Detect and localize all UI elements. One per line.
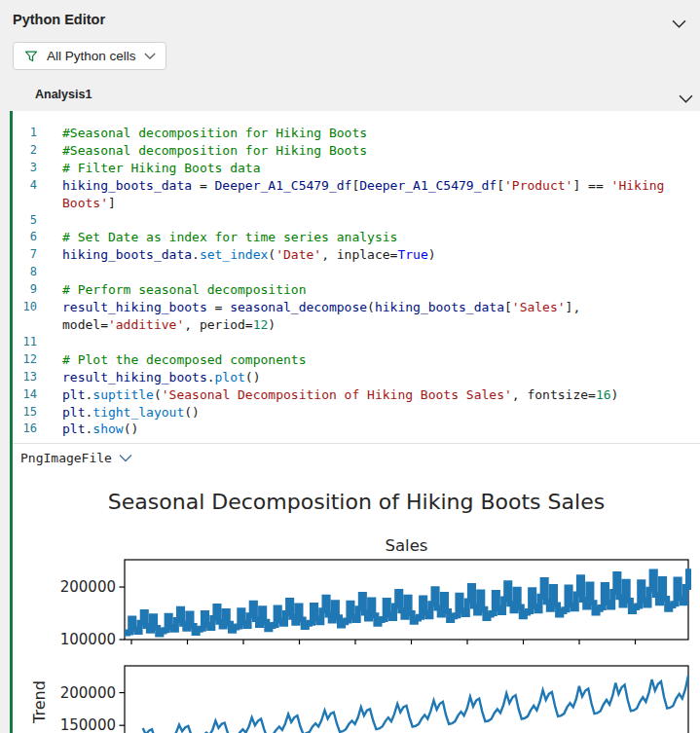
line-number: 14 <box>13 386 37 404</box>
decomposition-chart: Seasonal Decomposition of Hiking Boots S… <box>13 467 700 733</box>
y-tick-label: 100000 <box>60 631 116 648</box>
code-line: 9# Perform seasonal decomposition <box>13 281 700 299</box>
code-line: 6# Set Date as index for time series ana… <box>13 229 700 246</box>
output-chevron-down-icon <box>119 454 132 462</box>
output-type-dropdown[interactable]: PngImageFile <box>20 448 132 467</box>
line-number: 7 <box>13 246 37 264</box>
panel-collapse-chevron-icon[interactable] <box>672 15 686 32</box>
code-line: 15plt.tight_layout() <box>13 404 700 421</box>
trend-series-line <box>143 676 688 733</box>
python-editor-pane: { "panel": { "title": "Python Editor" },… <box>0 0 700 733</box>
code-text: # Set Date as index for time series anal… <box>62 229 700 246</box>
line-number: 13 <box>13 369 37 386</box>
code-line: 16plt.show() <box>13 421 700 438</box>
code-text: #Seasonal decomposition for Hiking Boots <box>62 125 700 142</box>
code-line: 5 <box>13 212 700 230</box>
y-tick-label: 150000 <box>60 716 116 733</box>
code-text <box>62 334 700 351</box>
code-text: plt.suptitle('Seasonal Decomposition of … <box>62 386 700 404</box>
code-text <box>62 264 700 281</box>
cell-name: Analysis1 <box>35 88 92 101</box>
code-text: plt.show() <box>62 421 700 438</box>
line-number: 10 <box>13 299 37 334</box>
code-line: 13result_hiking_boots.plot() <box>13 369 700 386</box>
y-tick-label: 200000 <box>60 578 116 596</box>
subplot-title: Sales <box>386 536 428 555</box>
code-text: # Perform seasonal decomposition <box>62 281 700 299</box>
page-title: Python Editor <box>13 12 105 27</box>
y-axis-label: Trend <box>30 680 49 724</box>
line-number: 9 <box>13 281 37 299</box>
line-number: 6 <box>13 229 37 246</box>
figure-suptitle: Seasonal Decomposition of Hiking Boots S… <box>108 490 605 514</box>
line-number: 12 <box>13 351 37 369</box>
code-output-divider <box>13 443 700 444</box>
line-number: 15 <box>13 404 37 421</box>
code-line: 4hiking_boots_data = Deeper_A1_C5479_df[… <box>13 177 700 212</box>
code-line: 1#Seasonal decomposition for Hiking Boot… <box>13 125 700 142</box>
filter-chevron-down-icon <box>144 53 156 59</box>
code-text: hiking_boots_data = Deeper_A1_C5479_df[D… <box>62 177 700 212</box>
line-number: 3 <box>13 160 37 177</box>
code-line: 7hiking_boots_data.set_index('Date', inp… <box>13 246 700 264</box>
code-text: #Seasonal decomposition for Hiking Boots <box>62 142 700 160</box>
code-editor[interactable]: 1#Seasonal decomposition for Hiking Boot… <box>13 125 700 438</box>
observed-series-line <box>125 568 688 634</box>
python-cells-filter-button[interactable]: All Python cells <box>13 42 166 70</box>
code-line: 10result_hiking_boots = seasonal_decompo… <box>13 299 700 334</box>
axes-frame <box>125 666 688 733</box>
filter-button-label: All Python cells <box>47 49 136 63</box>
cell-header[interactable]: Analysis1 <box>0 84 700 107</box>
code-text: hiking_boots_data.set_index('Date', inpl… <box>62 246 700 264</box>
code-text <box>62 212 700 230</box>
code-line: 3# Filter Hiking Boots data <box>13 160 700 177</box>
filter-funnel-icon <box>23 49 39 64</box>
output-type-label: PngImageFile <box>20 451 112 465</box>
code-line: 2#Seasonal decomposition for Hiking Boot… <box>13 142 700 160</box>
code-text: result_hiking_boots.plot() <box>62 369 700 386</box>
y-tick-label: 200000 <box>60 684 116 702</box>
line-number: 2 <box>13 142 37 160</box>
code-line: 8 <box>13 264 700 281</box>
line-number: 4 <box>13 177 37 212</box>
cell-collapse-chevron-icon[interactable] <box>679 90 693 107</box>
output-figure: Seasonal Decomposition of Hiking Boots S… <box>13 467 700 733</box>
line-number: 8 <box>13 264 37 281</box>
line-number: 5 <box>13 212 37 230</box>
code-text: plt.tight_layout() <box>62 404 700 421</box>
code-line: 11 <box>13 334 700 351</box>
code-text: result_hiking_boots = seasonal_decompose… <box>62 299 700 334</box>
line-number: 1 <box>13 125 37 142</box>
line-number: 11 <box>13 334 37 351</box>
python-cell: 1#Seasonal decomposition for Hiking Boot… <box>10 111 700 733</box>
code-text: # Plot the decomposed components <box>62 351 700 369</box>
line-number: 16 <box>13 421 37 438</box>
code-text: # Filter Hiking Boots data <box>62 160 700 177</box>
code-line: 14plt.suptitle('Seasonal Decomposition o… <box>13 386 700 404</box>
code-line: 12# Plot the decomposed components <box>13 351 700 369</box>
